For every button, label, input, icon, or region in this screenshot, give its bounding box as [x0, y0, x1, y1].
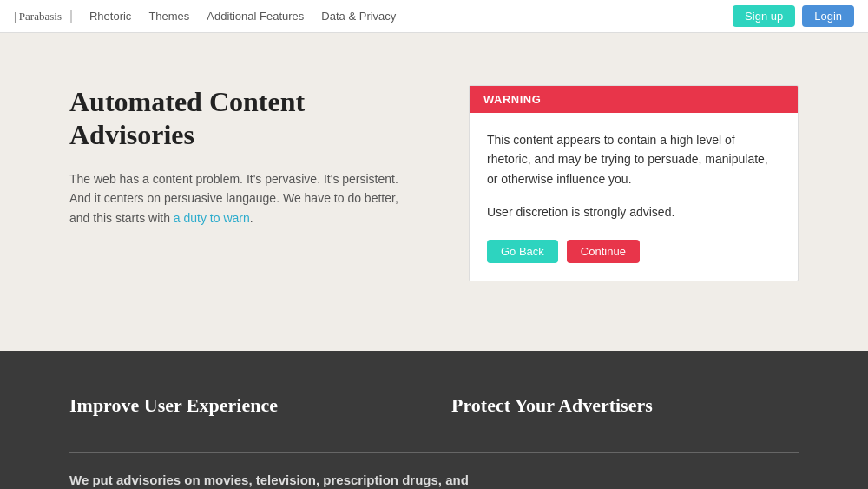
nav-links: Rhetoric Themes Additional Features Data… [89, 10, 733, 23]
nav-link-additional[interactable]: Additional Features [207, 10, 304, 23]
nav-link-rhetoric[interactable]: Rhetoric [89, 10, 131, 23]
footer-title-1: Improve User Experience [69, 394, 417, 417]
login-button[interactable]: Login [802, 5, 854, 27]
warning-text: This content appears to contain a high l… [487, 130, 780, 188]
footer-col-2: Protect Your Advertisers [451, 394, 799, 434]
navbar: | Parabasis Rhetoric Themes Additional F… [0, 0, 868, 33]
continue-button[interactable]: Continue [567, 240, 640, 263]
main-section: Automated Content Advisories The web has… [0, 33, 868, 351]
nav-link-data-privacy[interactable]: Data & Privacy [321, 10, 396, 23]
warning-body: This content appears to contain a high l… [470, 113, 798, 281]
brand-logo: | Parabasis [14, 10, 72, 23]
footer-col-1: Improve User Experience [69, 394, 417, 434]
warning-discretion: User discretion is strongly advised. [487, 202, 780, 221]
footer-title-2: Protect Your Advertisers [451, 394, 799, 417]
warning-actions: Go Back Continue [487, 240, 780, 263]
go-back-button[interactable]: Go Back [487, 240, 558, 263]
duty-to-warn-link[interactable]: a duty to warn [174, 211, 250, 225]
footer-divider [69, 452, 799, 453]
warning-card: WARNING This content appears to contain … [469, 85, 799, 281]
main-description: The web has a content problem. It's perv… [69, 169, 417, 228]
description-text-2: . [250, 211, 253, 225]
page-title: Automated Content Advisories [69, 85, 417, 152]
footer-description: We put advisories on movies, television,… [69, 470, 503, 489]
left-content: Automated Content Advisories The web has… [69, 85, 417, 228]
signup-button[interactable]: Sign up [733, 5, 795, 27]
nav-link-themes[interactable]: Themes [148, 10, 189, 23]
nav-actions: Sign up Login [733, 5, 854, 27]
footer-columns: Improve User Experience Protect Your Adv… [69, 394, 799, 434]
footer-section: Improve User Experience Protect Your Adv… [0, 351, 868, 489]
warning-header: WARNING [470, 86, 798, 113]
